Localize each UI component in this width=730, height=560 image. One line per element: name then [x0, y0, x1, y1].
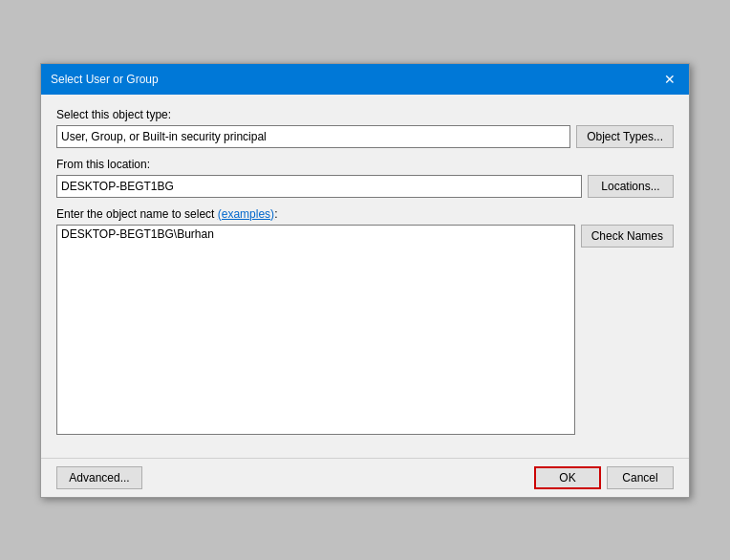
object-type-label: Select this object type:: [56, 108, 674, 121]
object-name-row: Check Names: [56, 225, 674, 435]
object-types-button[interactable]: Object Types...: [576, 125, 674, 148]
object-name-label-suffix: :: [274, 207, 277, 221]
object-name-label-prefix: Enter the object name to select: [56, 207, 218, 221]
object-type-group: Select this object type: Object Types...: [56, 108, 674, 148]
dialog-title: Select User or Group: [51, 73, 159, 86]
bottom-bar: Advanced... OK Cancel: [41, 458, 689, 497]
ok-button[interactable]: OK: [534, 466, 601, 489]
locations-button[interactable]: Locations...: [588, 175, 674, 198]
check-names-button[interactable]: Check Names: [581, 225, 674, 248]
advanced-button[interactable]: Advanced...: [56, 466, 142, 489]
object-type-input[interactable]: [56, 125, 570, 148]
location-input[interactable]: [56, 175, 582, 198]
location-label: From this location:: [56, 158, 674, 171]
title-bar: Select User or Group ✕: [41, 64, 689, 95]
object-name-group: Enter the object name to select (example…: [56, 207, 674, 435]
object-name-input[interactable]: [56, 225, 575, 435]
location-group: From this location: Locations...: [56, 158, 674, 198]
close-button[interactable]: ✕: [660, 70, 679, 89]
cancel-button[interactable]: Cancel: [607, 466, 674, 489]
dialog-body: Select this object type: Object Types...…: [41, 95, 689, 458]
location-row: Locations...: [56, 175, 674, 198]
examples-link[interactable]: (examples): [218, 207, 274, 221]
object-name-label: Enter the object name to select (example…: [56, 207, 674, 221]
select-user-group-dialog: Select User or Group ✕ Select this objec…: [40, 63, 690, 498]
bottom-right-buttons: OK Cancel: [534, 466, 674, 489]
object-type-row: Object Types...: [56, 125, 674, 148]
